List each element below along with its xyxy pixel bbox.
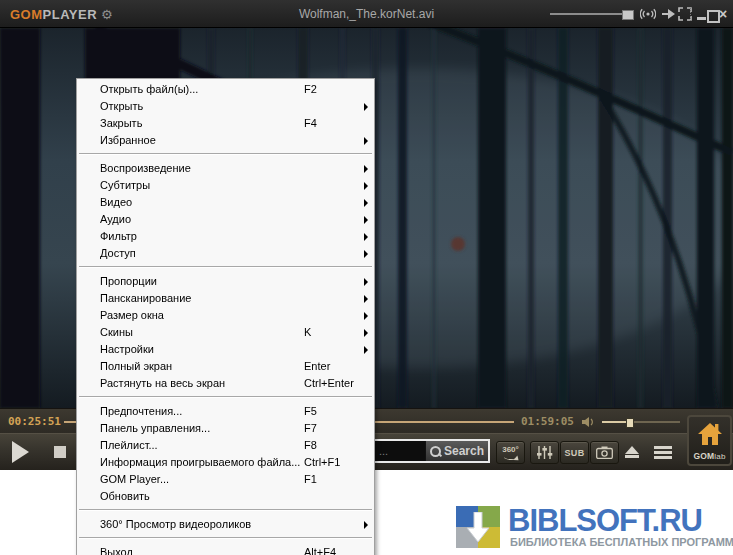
menu-item-label: Субтитры: [100, 179, 150, 191]
speaker-icon[interactable]: [582, 416, 596, 428]
view-360-button[interactable]: 360°: [496, 441, 525, 464]
home-icon: [697, 422, 723, 446]
menu-item[interactable]: Панель управления...F7: [77, 420, 374, 437]
submenu-arrow-icon: [364, 103, 368, 111]
gear-icon[interactable]: ⚙: [101, 7, 113, 22]
current-time: 00:25:51: [8, 415, 61, 428]
watermark-subtitle: БИБЛИОТЕКА БЕСПЛАТНЫХ ПРОГРАММ: [510, 536, 733, 548]
menu-item[interactable]: Воспроизведение: [77, 160, 374, 177]
menu-item[interactable]: ВыходAlt+F4: [77, 544, 374, 555]
menu-item[interactable]: Размер окна: [77, 307, 374, 324]
menu-item-shortcut: Ctrl+F1: [304, 454, 340, 471]
logo-gom-text: GOM: [10, 7, 43, 22]
menu-item-shortcut: F7: [304, 420, 317, 437]
eject-icon: [625, 446, 639, 454]
menu-item-shortcut: F1: [304, 471, 317, 488]
close-button[interactable]: ×: [719, 6, 727, 22]
menu-item[interactable]: Информация проигрываемого файла...Ctrl+F…: [77, 454, 374, 471]
view-360-label: 360°: [502, 446, 519, 454]
menu-item[interactable]: Видео: [77, 194, 374, 211]
play-button[interactable]: [12, 441, 29, 463]
menu-item-label: Выход: [100, 546, 133, 555]
submenu-arrow-icon: [364, 329, 368, 337]
menu-item-label: Размер окна: [100, 309, 164, 321]
menu-item-label: Открыть: [100, 100, 143, 112]
menu-item-label: Пропорции: [100, 275, 157, 287]
menu-item[interactable]: Предпочтения...F5: [77, 403, 374, 420]
more-menu-button[interactable]: [654, 446, 672, 459]
menu-item[interactable]: GOM Player...F1: [77, 471, 374, 488]
pin-on-top-icon[interactable]: [661, 6, 677, 22]
subtitles-button[interactable]: SUB: [560, 441, 589, 464]
menu-item[interactable]: Обновить: [77, 488, 374, 505]
menu-item-label: Полный экран: [100, 360, 172, 372]
menu-item-label: GOM Player...: [100, 473, 169, 485]
menu-separator: [79, 396, 372, 398]
menu-separator: [79, 537, 372, 539]
submenu-arrow-icon: [364, 216, 368, 224]
menu-item-label: Плейлист...: [100, 439, 158, 451]
menu-item-label: Обновить: [100, 490, 150, 502]
menu-item-shortcut: Ctrl+Enter: [304, 375, 354, 392]
menu-item-label: Избранное: [100, 134, 156, 146]
sliders-icon: [536, 445, 553, 460]
menu-item-label: Доступ: [100, 247, 136, 259]
screen: GOMPLAYER⚙ Wolfman,_The.korNet.avi: [0, 0, 733, 555]
menu-item-label: Закрыть: [100, 117, 142, 129]
submenu-arrow-icon: [364, 278, 368, 286]
context-menu: Открыть файл(ы)...F2ОткрытьЗакрытьF4Избр…: [76, 78, 375, 555]
submenu-arrow-icon: [364, 521, 368, 529]
volume-handle[interactable]: [626, 418, 634, 428]
menu-item[interactable]: Пансканирование: [77, 290, 374, 307]
menu-item[interactable]: Субтитры: [77, 177, 374, 194]
menu-item[interactable]: Избранное: [77, 132, 374, 149]
rotate-arrow-icon: [504, 454, 518, 460]
snapshot-button[interactable]: [590, 441, 619, 464]
menu-item[interactable]: Открыть файл(ы)...F2: [77, 81, 374, 98]
window-title: Wolfman,_The.korNet.avi: [200, 7, 533, 21]
menu-item-shortcut: Enter: [304, 358, 330, 375]
volume-fill: [602, 421, 628, 423]
menu-item[interactable]: ЗакрытьF4: [77, 115, 374, 132]
menu-item[interactable]: Аудио: [77, 211, 374, 228]
menu-item[interactable]: Настройки: [77, 341, 374, 358]
menu-item-label: Пансканирование: [100, 292, 191, 304]
search-button[interactable]: Search: [425, 441, 488, 461]
menu-item-shortcut: F8: [304, 437, 317, 454]
menu-separator: [79, 266, 372, 268]
control-panel-button[interactable]: [530, 441, 559, 464]
menu-item-label: Аудио: [100, 213, 131, 225]
total-time: 01:59:05: [521, 415, 574, 428]
menu-item[interactable]: Полный экранEnter: [77, 358, 374, 375]
titlebar[interactable]: GOMPLAYER⚙ Wolfman,_The.korNet.avi: [0, 0, 733, 28]
menu-item-label: Воспроизведение: [100, 162, 191, 174]
gomlab-button[interactable]: GOMlab: [687, 415, 732, 466]
watermark-title: BIBLSOFT.RU: [508, 503, 702, 539]
search-icon: [430, 446, 441, 457]
menu-item[interactable]: 360° Просмотр видеороликов: [77, 516, 374, 533]
menu-item[interactable]: СкиныK: [77, 324, 374, 341]
titlebar-slider[interactable]: [550, 13, 632, 15]
titlebar-slider-handle[interactable]: [622, 10, 634, 20]
biblsoft-logo: [456, 506, 500, 548]
menu-item[interactable]: Плейлист...F8: [77, 437, 374, 454]
menu-item-label: Информация проигрываемого файла...: [100, 456, 300, 468]
menu-item-shortcut: F2: [304, 81, 317, 98]
search-input[interactable]: ...: [375, 441, 425, 461]
menu-item[interactable]: Растянуть на весь экранCtrl+Enter: [77, 375, 374, 392]
menu-item[interactable]: Пропорции: [77, 273, 374, 290]
submenu-arrow-icon: [364, 312, 368, 320]
stop-button[interactable]: [54, 446, 66, 458]
submenu-arrow-icon: [364, 199, 368, 207]
menu-item-label: Видео: [100, 196, 132, 208]
broadcast-icon[interactable]: [640, 6, 656, 22]
submenu-arrow-icon: [364, 295, 368, 303]
menu-item[interactable]: Открыть: [77, 98, 374, 115]
menu-item[interactable]: Фильтр: [77, 228, 374, 245]
submenu-arrow-icon: [364, 250, 368, 258]
minimize-button[interactable]: [697, 17, 706, 20]
menu-item[interactable]: Доступ: [77, 245, 374, 262]
eject-button[interactable]: [624, 446, 640, 458]
volume-slider[interactable]: [602, 421, 680, 423]
menu-item-label: Панель управления...: [100, 422, 210, 434]
